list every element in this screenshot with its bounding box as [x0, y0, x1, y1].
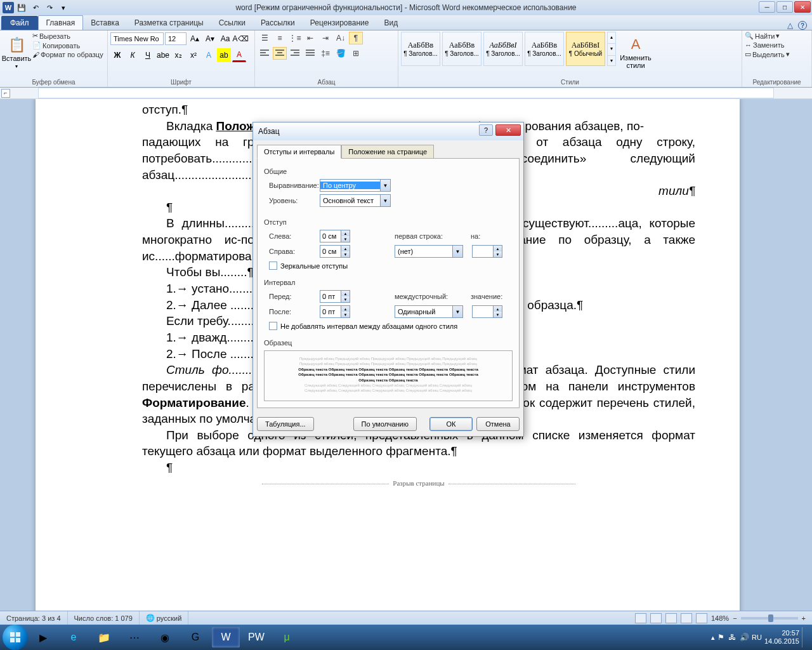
zoom-percent[interactable]: 148% — [711, 614, 729, 622]
highlight-icon[interactable]: ab — [217, 48, 231, 62]
tray-action-center-icon[interactable]: ⚑ — [717, 633, 724, 642]
zoom-in-icon[interactable]: + — [802, 614, 806, 622]
find-button[interactable]: 🔍 Найти ▾ — [745, 32, 780, 40]
sort-icon[interactable]: A↓ — [334, 32, 348, 44]
right-indent-spinner[interactable]: ▲▼ — [320, 245, 350, 258]
view-tab[interactable]: Вид — [376, 16, 405, 30]
taskbar-word[interactable]: W — [212, 627, 240, 647]
language-indicator[interactable]: 🌐 русский — [140, 611, 188, 625]
change-styles-button[interactable]: A Изменить стили — [618, 32, 653, 74]
line-spacing-icon[interactable]: ‡≡ — [318, 47, 332, 60]
insert-tab[interactable]: Вставка — [83, 16, 127, 30]
shading-icon[interactable]: 🪣 — [334, 47, 348, 60]
page-indicator[interactable]: Страница: 3 из 4 — [0, 611, 68, 625]
bold-icon[interactable]: Ж — [110, 48, 124, 62]
taskbar-ie[interactable]: e — [60, 627, 88, 647]
replace-button[interactable]: ↔ Заменить — [745, 41, 784, 49]
level-combo[interactable]: Основной текст▼ — [320, 194, 391, 207]
mirror-indents-checkbox[interactable] — [269, 262, 277, 270]
left-indent-spinner[interactable]: ▲▼ — [320, 230, 350, 242]
full-screen-view-icon[interactable] — [650, 613, 662, 623]
home-tab[interactable]: Главная — [38, 15, 84, 30]
taskbar-app[interactable]: G — [181, 627, 209, 647]
print-layout-view-icon[interactable] — [635, 613, 646, 623]
review-tab[interactable]: Рецензирование — [303, 16, 377, 30]
default-button[interactable]: По умолчанию — [353, 417, 417, 431]
borders-icon[interactable]: ⊞ — [349, 47, 363, 60]
zoom-out-icon[interactable]: − — [733, 614, 737, 622]
line-spacing-combo[interactable]: Одинарный▼ — [395, 305, 463, 318]
tray-volume-icon[interactable]: 🔊 — [740, 633, 749, 642]
style-gallery-item[interactable]: АаБбВв¶ Заголов... — [525, 32, 564, 66]
show-desktop-button[interactable] — [802, 627, 807, 647]
show-marks-icon[interactable]: ¶ — [349, 32, 363, 44]
select-button[interactable]: ▭ Выделить ▾ — [745, 50, 790, 58]
text-effects-icon[interactable]: A — [202, 48, 216, 62]
help-icon[interactable]: ? — [798, 21, 807, 30]
zoom-slider[interactable] — [741, 617, 798, 620]
subscript-icon[interactable]: x₂ — [171, 48, 185, 62]
taskbar-app[interactable]: PW — [242, 627, 270, 647]
dialog-help-button[interactable]: ? — [479, 124, 493, 136]
dialog-title-bar[interactable]: Абзац ? ✕ — [253, 123, 523, 140]
tray-show-hidden-icon[interactable]: ▴ — [711, 633, 715, 642]
style-gallery-item[interactable]: АаБбВвI¶ Обычный — [566, 32, 605, 66]
superscript-icon[interactable]: x² — [187, 48, 200, 62]
taskbar-utorrent[interactable]: μ — [273, 627, 301, 647]
file-tab[interactable]: Файл — [1, 16, 38, 30]
web-layout-view-icon[interactable] — [665, 613, 677, 623]
close-button[interactable]: ✕ — [794, 1, 811, 13]
font-size-combo[interactable] — [165, 32, 187, 45]
dedent-icon[interactable]: ⇤ — [303, 32, 317, 44]
cut-button[interactable]: ✂ Вырезать — [32, 32, 103, 40]
style-gallery-item[interactable]: АаБбВвI¶ Заголов... — [483, 32, 523, 66]
style-more-icon[interactable]: ▾ — [608, 55, 615, 65]
style-gallery-item[interactable]: АаБбВв¶ Заголов... — [401, 32, 440, 66]
no-space-same-style-checkbox[interactable] — [269, 322, 277, 330]
outline-view-icon[interactable] — [681, 613, 692, 623]
copy-button[interactable]: 📄 Копировать — [32, 41, 103, 50]
justify-icon[interactable] — [303, 47, 317, 60]
horizontal-ruler[interactable]: ⌐ — [0, 88, 812, 99]
align-right-icon[interactable] — [288, 47, 302, 60]
word-count[interactable]: Число слов: 1 079 — [68, 611, 140, 625]
mail-tab[interactable]: Рассылки — [253, 16, 303, 30]
tabs-button[interactable]: Табуляция... — [257, 417, 314, 431]
shrink-font-icon[interactable]: A▾ — [203, 32, 217, 46]
tray-network-icon[interactable]: 🖧 — [728, 633, 736, 642]
multilevel-icon[interactable]: ⋮≡ — [288, 32, 302, 44]
font-name-combo[interactable] — [110, 32, 164, 45]
taskbar-app[interactable]: ⋯ — [121, 627, 148, 647]
draft-view-icon[interactable] — [696, 613, 707, 623]
taskbar-explorer[interactable]: 📁 — [90, 627, 118, 647]
space-after-spinner[interactable]: ▲▼ — [320, 305, 350, 318]
paste-button[interactable]: 📋 Вставить ▾ — [3, 32, 30, 74]
start-button[interactable] — [3, 625, 28, 650]
maximize-button[interactable]: □ — [776, 1, 793, 13]
dialog-close-button[interactable]: ✕ — [495, 124, 521, 136]
bullets-icon[interactable]: ☰ — [258, 32, 272, 44]
format-painter-button[interactable]: 🖌 Формат по образцу — [32, 51, 103, 58]
dialog-tab-indents[interactable]: Отступы и интервалы — [257, 145, 341, 159]
minimize-button[interactable]: ─ — [759, 1, 775, 13]
style-scroll-up-icon[interactable]: ▴ — [608, 32, 615, 42]
cancel-button[interactable]: Отмена — [476, 417, 520, 431]
refs-tab[interactable]: Ссылки — [211, 16, 253, 30]
alignment-combo[interactable]: По центру▼ — [320, 179, 391, 192]
layout-tab[interactable]: Разметка страницы — [127, 16, 211, 30]
numbering-icon[interactable]: ≡ — [273, 32, 287, 44]
italic-icon[interactable]: К — [126, 48, 140, 62]
indent-icon[interactable]: ⇥ — [318, 32, 332, 44]
style-scroll-down-icon[interactable]: ▾ — [608, 43, 615, 53]
taskbar-chrome[interactable]: ◉ — [151, 627, 179, 647]
first-line-combo[interactable]: (нет)▼ — [395, 245, 463, 258]
underline-icon[interactable]: Ч — [141, 48, 155, 62]
dialog-tab-position[interactable]: Положение на странице — [341, 145, 434, 159]
taskbar-app[interactable]: ▶ — [29, 627, 57, 647]
change-case-icon[interactable]: Aa — [218, 32, 232, 46]
grow-font-icon[interactable]: A▴ — [188, 32, 202, 46]
first-line-value-spinner[interactable]: ▲▼ — [472, 245, 502, 258]
line-spacing-value-spinner[interactable]: ▲▼ — [472, 305, 502, 318]
align-left-icon[interactable] — [258, 47, 272, 60]
clear-format-icon[interactable]: A⌫ — [233, 32, 247, 46]
